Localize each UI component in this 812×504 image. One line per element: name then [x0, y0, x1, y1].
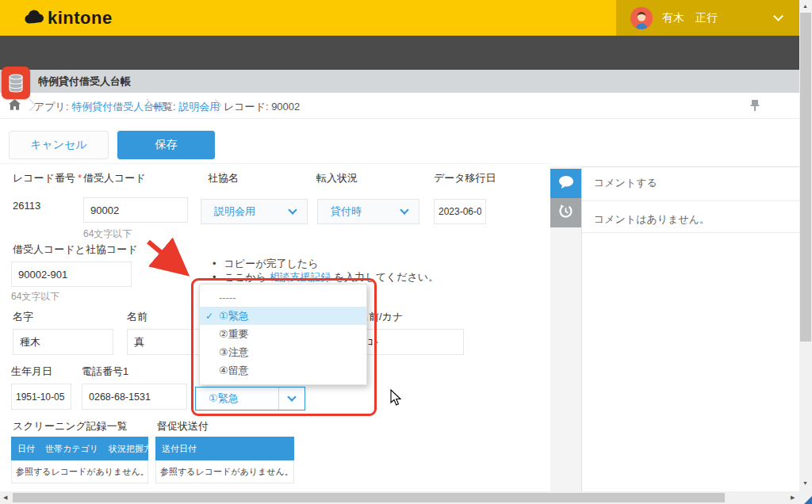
divider [582, 232, 799, 233]
migration-date-label: データ移行日 [434, 171, 496, 185]
divider [0, 163, 550, 164]
consult-support-record-link[interactable]: 相談支援記録 [269, 271, 331, 283]
chevron-down-icon [288, 205, 297, 214]
urgency-select[interactable]: ①緊急 [195, 387, 305, 410]
vertical-scrollbar-thumb[interactable] [800, 13, 811, 342]
resize-grip [804, 496, 812, 504]
dropdown-option-blank[interactable]: ✓----- [200, 288, 366, 307]
divider [582, 200, 799, 201]
tennyu-status-label: 転入状況 [316, 171, 358, 185]
instruction-line-2: •ここから 相談支援記録 を入力してください。 [213, 270, 439, 284]
kintone-record-edit-screen: kintone 有木 正行 ★ ⚙ ? [0, 0, 812, 504]
migration-date-input[interactable] [434, 199, 486, 224]
comment-bubble-icon [559, 176, 573, 192]
horizontal-scrollbar[interactable]: ◀ ▶ [0, 491, 799, 504]
check-icon: ✓ [200, 311, 219, 322]
scroll-up-icon[interactable]: ▲ [802, 3, 808, 9]
breadcrumb-home-icon[interactable] [9, 99, 21, 113]
borrower-shakyo-code-input[interactable] [11, 262, 132, 287]
breadcrumb-record: レコード: 90002 [224, 100, 300, 114]
comment-panel: コメントする コメントはありません。 [581, 166, 799, 491]
scroll-left-icon[interactable]: ◀ [3, 494, 7, 501]
screening-table-empty: 参照するレコードがありません。 [11, 460, 148, 483]
dropdown-option-attention[interactable]: ✓④留意 [200, 361, 366, 380]
cancel-button[interactable]: キャンセル [9, 131, 109, 159]
add-comment-link[interactable]: コメントする [594, 176, 657, 190]
logo-text: kintone [48, 8, 113, 29]
borrower-code-input[interactable] [83, 197, 188, 223]
app-title: 特例貸付借受人台帳 [38, 74, 131, 89]
screening-table-header: 日付 世帯カテゴリ 状況把握方法 [11, 437, 148, 460]
tennyu-status-select[interactable]: 貸付時 [317, 199, 419, 224]
instruction-line-1: •コピーが完了したら [213, 257, 318, 271]
scroll-down-icon[interactable]: ▼ [802, 480, 808, 486]
user-name: 有木 正行 [662, 11, 718, 25]
borrower-code-label: 借受人コード [83, 171, 146, 185]
chevron-down-icon [773, 11, 783, 21]
horizontal-scrollbar-thumb[interactable] [13, 493, 725, 502]
dropdown-option-important[interactable]: ✓②重要 [200, 325, 366, 343]
record-number-label: レコード番号* [13, 171, 82, 185]
phone1-label: 電話番号1 [82, 365, 128, 379]
pin-icon[interactable] [750, 99, 760, 115]
user-avatar [630, 7, 653, 29]
mouse-cursor [390, 389, 403, 407]
last-name-label: 名字 [13, 310, 33, 324]
scroll-right-icon[interactable]: ▶ [791, 494, 795, 501]
name-kana-input[interactable] [361, 329, 464, 355]
shakyo-name-select[interactable]: 説明会用 [201, 199, 308, 224]
kintone-cloud-icon [24, 9, 44, 28]
scrollbar-corner [799, 491, 812, 504]
shakyo-name-label: 社協名 [208, 171, 239, 185]
borrower-shakyo-code-helper: 64文字以下 [11, 290, 59, 304]
birth-date-input[interactable] [11, 384, 71, 410]
user-menu[interactable]: 有木 正行 [616, 0, 799, 36]
dropdown-option-urgent[interactable]: ✓①緊急 [200, 307, 366, 325]
history-tab[interactable] [550, 198, 581, 227]
chevron-down-icon [278, 388, 304, 410]
breadcrumb: アプリ: 特例貸付借受人台帳 一覧: 説明会用 レコード: 90002 [0, 93, 799, 119]
breadcrumb-list: 一覧: 説明会用 [152, 100, 220, 114]
global-nav-bar [0, 36, 799, 70]
reminder-table-title: 督促状送付 [157, 419, 209, 433]
chevron-down-icon [400, 205, 408, 214]
vertical-scrollbar[interactable]: ▲ ▼ [799, 0, 812, 491]
dropdown-option-caution[interactable]: ✓③注意 [200, 343, 366, 361]
reminder-table-header: 送付日付 [155, 437, 294, 460]
phone1-input[interactable] [82, 384, 187, 410]
app-database-icon[interactable] [2, 67, 30, 99]
first-name-label: 名前 [127, 310, 147, 324]
save-button[interactable]: 保存 [117, 131, 215, 159]
comments-tab[interactable] [550, 169, 581, 198]
record-number-value: 26113 [13, 200, 40, 212]
borrower-code-helper: 64文字以下 [83, 227, 132, 241]
borrower-shakyo-code-label: 借受人コードと社協コード [13, 242, 138, 257]
birth-date-label: 生年月日 [11, 365, 52, 379]
last-name-input[interactable] [13, 329, 113, 355]
annotation-red-arrow [141, 235, 200, 285]
screening-table-title: スクリーニング記録一覧 [13, 419, 128, 433]
reminder-table-empty: 参照するレコードがありません。 [155, 460, 294, 483]
history-clock-icon [558, 204, 573, 222]
urgency-dropdown-list: ✓----- ✓①緊急 ✓②重要 ✓③注意 ✓④留意 [199, 284, 367, 385]
kintone-logo[interactable]: kintone [24, 7, 113, 29]
comments-empty-message: コメントはありません。 [594, 212, 710, 227]
required-mark: * [78, 172, 82, 184]
